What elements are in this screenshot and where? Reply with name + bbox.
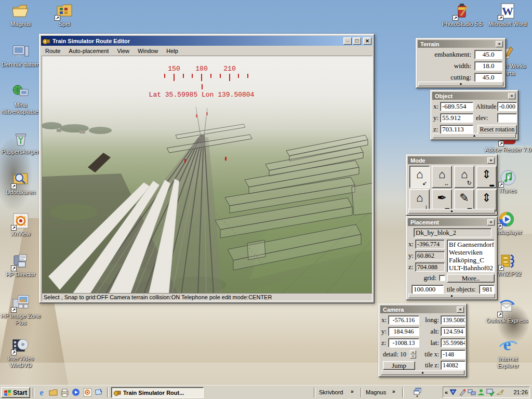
object-altitude-field[interactable]: -0.000 [497, 102, 517, 111]
object-palette[interactable]: Object x: -689.554 Altitude -0.000 y: 55… [430, 90, 518, 140]
menu-window[interactable]: Window [134, 47, 162, 55]
object-x-field[interactable]: -689.554 [440, 102, 473, 111]
quicklaunch-show-desktop-icon[interactable] [95, 388, 103, 397]
more-button[interactable]: More.. [447, 274, 495, 283]
desktop-icon-magnus[interactable]: Magnus [2, 2, 39, 28]
mode-info-button[interactable]: ⌂i [409, 189, 430, 211]
mode-rotate-button[interactable]: ⌂↻ [454, 166, 474, 188]
mode-dig-button[interactable]: ⇕▁ [476, 189, 497, 211]
desktop-icon-internet-explorer[interactable]: e Internet Explorer [487, 335, 529, 369]
camera-y-field[interactable]: 184.946 [388, 327, 419, 336]
title-bar[interactable]: Train Simulator Route Editor [41, 36, 373, 46]
close-icon[interactable] [496, 41, 503, 47]
desktop-icon-explorer[interactable]: Utforskaren [1, 170, 41, 196]
quicklaunch-media-player-icon[interactable] [72, 388, 81, 397]
desktop-icon-spel[interactable]: Spel [46, 2, 83, 28]
mode-palette-titlebar[interactable]: Mode [408, 156, 496, 164]
collapse-bar[interactable] [433, 134, 516, 138]
desktop-icon-windvd[interactable]: InterVideo WinDVD [1, 337, 41, 369]
menu-route[interactable]: Route [41, 47, 64, 55]
tray-messenger-icon[interactable] [477, 388, 485, 396]
collapse-bar[interactable] [381, 370, 464, 375]
camera-palette[interactable]: Camera x: -576.116 long: 139.5080 y: 184… [378, 303, 467, 377]
tray-network-icon[interactable] [468, 388, 476, 396]
menu-help[interactable]: Help [162, 47, 182, 55]
placement-y-field[interactable]: 60.862 [415, 251, 445, 260]
close-icon[interactable] [508, 93, 515, 99]
placement-x-field[interactable]: -396.774 [415, 240, 445, 249]
collapse-bar[interactable] [408, 209, 495, 214]
reset-rotation-button[interactable]: Reset rotation [477, 125, 517, 134]
toolbar-magnus-label[interactable]: Magnus [366, 389, 386, 395]
camera-palette-titlebar[interactable]: Camera [380, 305, 465, 313]
placement-scale-field[interactable]: 100.000 [411, 285, 444, 294]
quicklaunch-xnview-icon[interactable] [83, 388, 92, 397]
placement-palette[interactable]: Placement Dk_by_blok_2 x: -396.774 y: 60… [406, 216, 498, 300]
toolbar-skrivbord-chevron[interactable]: » [349, 388, 355, 395]
mode-select-button[interactable]: ⌂↙ [409, 166, 430, 188]
desktop-icon-hp-director[interactable]: HP Director [1, 252, 41, 278]
desktop-icon-hp-image-zone[interactable]: HP Image Zone Plus [0, 294, 42, 326]
embankment-field[interactable]: 45.0 [474, 50, 502, 59]
close-icon[interactable] [487, 219, 495, 225]
cutting-field[interactable]: 45.0 [474, 73, 502, 82]
placement-z-field[interactable]: 704.088 [415, 262, 445, 272]
menu-auto-placement[interactable]: Auto-placement [64, 47, 113, 55]
list-item[interactable]: Westerviken [449, 248, 493, 256]
camera-z-field[interactable]: -1008.13 [388, 338, 419, 348]
camera-tilez-field[interactable]: 14082 [441, 361, 466, 370]
start-button[interactable]: Start [1, 387, 30, 398]
desktop-icon-network-places[interactable]: Mina nätverksplatser [0, 83, 42, 115]
desktop-icon-word[interactable]: W Microsoft Word [484, 2, 531, 28]
object-y-field[interactable]: 55.912 [440, 113, 473, 123]
toolbar-magnus-chevron[interactable]: » [391, 388, 397, 395]
object-palette-titlebar[interactable]: Object [432, 92, 516, 100]
quicklaunch-printer-icon[interactable] [60, 388, 69, 397]
camera-x-field[interactable]: -576.116 [388, 315, 419, 325]
grid-checkbox[interactable] [439, 275, 445, 281]
3d-viewport[interactable]: 150 180 210 Lat 35.59985 Lon 139.50804 [42, 56, 373, 294]
mode-raise-lower-button[interactable]: ⇕▂ [476, 166, 497, 188]
toolbar-skrivbord-label[interactable]: Skrivbord [319, 389, 343, 395]
detail-spinner[interactable] [410, 350, 416, 358]
tray-tablet-icon[interactable] [496, 388, 504, 396]
toolbar-expand-arrow-icon[interactable]: ▼ [416, 395, 419, 398]
tray-clock[interactable]: 21:26 [513, 389, 528, 395]
route-editor-window[interactable]: Train Simulator Route Editor Route Auto-… [39, 34, 375, 303]
desktop-icon-my-computer[interactable]: Den här datorn [1, 43, 41, 68]
desktop-icon-recycle-bin[interactable]: Papperskorgen [1, 130, 41, 155]
tray-graphics-icon[interactable] [449, 388, 457, 396]
toolbar-window-icon[interactable] [414, 388, 422, 395]
desktop-icon-xnview[interactable]: XnView [1, 212, 41, 237]
tray-update-icon[interactable] [486, 388, 495, 396]
list-item[interactable]: ULT-Bahnhof02 [449, 264, 493, 272]
width-field[interactable]: 18.0 [474, 61, 502, 71]
tray-chevron-button[interactable]: « [445, 389, 448, 395]
object-z-field[interactable]: 703.113 [440, 125, 473, 134]
mode-paint-terrain-button[interactable]: ✎▂ [454, 189, 474, 211]
jump-button[interactable]: Jump [383, 361, 415, 370]
terrain-palette-titlebar[interactable]: Terrain [418, 40, 504, 48]
close-icon[interactable] [487, 157, 495, 164]
tray-mouse-utility-icon[interactable] [458, 388, 467, 396]
placement-palette-titlebar[interactable]: Placement [408, 218, 496, 226]
collapse-bar[interactable] [408, 294, 495, 298]
camera-alt-field[interactable]: 124.594 [441, 327, 466, 336]
placement-object-list[interactable]: Bf Gaenserndorf-1 Westerviken Falköping_… [447, 240, 495, 272]
object-elev-field[interactable] [497, 113, 517, 123]
task-button-route-editor[interactable]: Train Simulator Rout... [111, 387, 204, 398]
quicklaunch-internet-explorer-icon[interactable]: e [37, 388, 46, 397]
camera-lat-field[interactable]: 35.59984 [441, 338, 466, 348]
camera-long-field[interactable]: 139.5080 [441, 315, 466, 325]
desktop-icon-photostudio[interactable]: PhotoStudio 5.5 [439, 2, 486, 28]
mode-palette[interactable]: Mode ⌂↙ ⌂↔ ⌂↻ ⇕▂ ⌂i ✒▂ ✎▂ ⇕▁ [406, 154, 498, 216]
collapse-bar[interactable] [418, 82, 503, 86]
terrain-palette[interactable]: Terrain embankment: 45.0 width: 18.0 cut… [416, 38, 506, 88]
list-item[interactable]: Bf Gaenserndorf-1 [449, 241, 493, 248]
minimize-button[interactable] [343, 37, 352, 45]
camera-tilex-field[interactable]: -148 [441, 350, 466, 359]
menu-view[interactable]: View [113, 47, 134, 55]
quicklaunch-folder-icon[interactable] [49, 388, 58, 397]
placement-object-name-field[interactable]: Dk_by_blok_2 [414, 228, 491, 237]
desktop-icon-outlook-express[interactable]: Outlook Express [483, 299, 531, 324]
